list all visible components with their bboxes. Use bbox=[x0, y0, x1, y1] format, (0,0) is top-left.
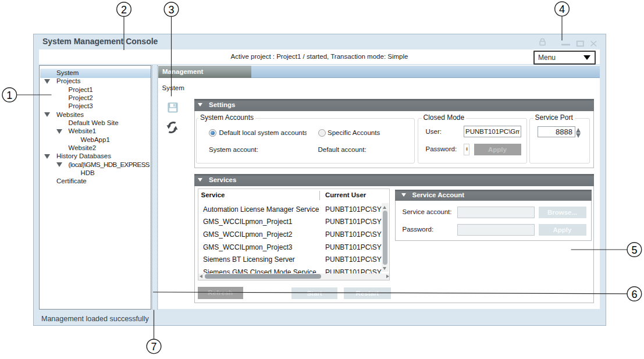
svg-text:4: 4 bbox=[559, 3, 565, 15]
svg-text:6: 6 bbox=[631, 289, 637, 300]
svg-text:3: 3 bbox=[168, 4, 174, 16]
svg-text:1: 1 bbox=[6, 90, 12, 101]
svg-text:5: 5 bbox=[631, 244, 637, 256]
svg-text:2: 2 bbox=[121, 4, 127, 16]
svg-text:7: 7 bbox=[151, 341, 156, 353]
